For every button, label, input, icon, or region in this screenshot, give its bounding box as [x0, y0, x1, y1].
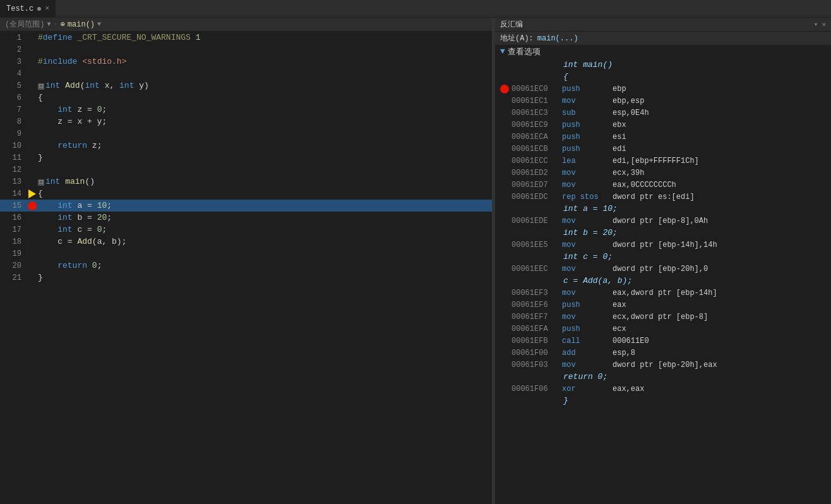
tab-close-button[interactable]: × [45, 4, 49, 13]
dis-operands: 000611E0 [613, 337, 649, 345]
code-line-17: 17 int c = 0; [0, 224, 492, 236]
dis-asm-line: 00061EE5movdword ptr [ebp-14h],14h [495, 239, 831, 251]
dis-operands: dword ptr [ebp-20h],eax [613, 361, 717, 369]
code-line-21: 21} [0, 272, 492, 284]
code-line-11: 11} [0, 152, 492, 164]
dis-operands: ecx,39h [613, 169, 644, 177]
dis-asm-line: 00061EC3subesp,0E4h [495, 107, 831, 119]
dis-asm-line: 00061ED2movecx,39h [495, 167, 831, 179]
code-line-15: 15 int a = 10; [0, 200, 492, 212]
code-content: int a = 10; [38, 200, 492, 212]
dis-asm-line: 00061ECBpushedi [495, 143, 831, 155]
breadcrumb-func: main() [68, 20, 95, 29]
dis-pin-icon[interactable]: ▾ [814, 20, 818, 28]
dis-source-text: { [500, 72, 568, 81]
line-number: 13 [0, 177, 27, 186]
dis-asm-line: 00061EF6pusheax [495, 299, 831, 311]
line-gutter[interactable] [27, 201, 38, 210]
code-line-10: 10 return z; [0, 140, 492, 152]
dis-section[interactable]: ▼ 查看选项 [495, 45, 831, 57]
breadcrumb-scope: (全局范围) [5, 19, 44, 30]
code-content: { [38, 92, 492, 104]
dis-addr-value[interactable]: main(...) [537, 34, 578, 43]
dis-address: 00061ED7 [511, 181, 562, 189]
line-number: 7 [0, 105, 27, 114]
dis-mnemonic: mov [562, 265, 613, 273]
dis-mnemonic: mov [562, 313, 613, 321]
dis-mnemonic: mov [562, 217, 613, 225]
breadcrumb-func-icon: ⊕ [61, 20, 65, 29]
dis-address: 00061EEC [511, 265, 562, 273]
code-content: #define _CRT_SECURE_NO_WARNINGS 1 [38, 32, 492, 44]
collapse-icon[interactable]: □ [38, 179, 44, 186]
line-number: 19 [0, 249, 27, 258]
dis-area[interactable]: int main(){00061EC0pushebp00061EC1movebp… [495, 57, 831, 504]
dis-asm-line: 00061F03movdword ptr [ebp-20h],eax [495, 359, 831, 371]
arrow-indicator [28, 189, 36, 198]
line-number: 15 [0, 201, 27, 210]
dis-address: 00061ECB [511, 145, 562, 153]
line-number: 10 [0, 141, 27, 150]
code-line-14: 14{ [0, 188, 492, 200]
dis-operands: eax,dword ptr [ebp-14h] [613, 289, 717, 297]
line-number: 11 [0, 153, 27, 162]
dis-asm-line: 00061EC0pushebp [495, 83, 831, 95]
dis-operands: ebp [613, 85, 626, 93]
tab-test-c[interactable]: Test.c × [0, 0, 56, 17]
dis-operands: eax,eax [613, 385, 644, 393]
line-number: 6 [0, 93, 27, 102]
code-line-20: 20 return 0; [0, 260, 492, 272]
dis-operands: eax [613, 301, 626, 309]
code-content: #include <stdio.h> [38, 56, 492, 68]
dis-address: 00061EFA [511, 325, 562, 333]
code-area[interactable]: 1#define _CRT_SECURE_NO_WARNINGS 123#inc… [0, 32, 492, 504]
dis-asm-line: 00061EF3moveax,dword ptr [ebp-14h] [495, 287, 831, 299]
code-line-6: 6{ [0, 92, 492, 104]
dis-unpin-icon[interactable]: ✕ [822, 20, 826, 28]
breadcrumb-scope-arrow[interactable]: ▼ [47, 21, 51, 28]
line-number: 9 [0, 129, 27, 138]
dis-source-line: int a = 10; [495, 203, 831, 215]
code-content: □int main() [38, 176, 492, 188]
dis-address: 00061ED2 [511, 169, 562, 177]
dis-breakpoint-dot[interactable] [500, 85, 509, 93]
breadcrumb-func-arrow[interactable]: ▼ [97, 21, 101, 28]
dis-mnemonic: xor [562, 385, 613, 393]
dis-panel: 反汇编 ▾ ✕ 地址(A): main(...) ▼ 查看选项 int main… [495, 18, 831, 504]
code-line-18: 18 c = Add(a, b); [0, 236, 492, 248]
code-content: return 0; [38, 260, 492, 272]
line-number: 14 [0, 189, 27, 198]
line-number: 5 [0, 81, 27, 90]
code-content: } [38, 272, 492, 284]
dis-operands: dword ptr [ebp-8],0Ah [613, 217, 708, 225]
dis-address: 00061EDC [511, 193, 562, 201]
dis-asm-line: 00061EC1movebp,esp [495, 95, 831, 107]
dis-address: 00061F00 [511, 349, 562, 357]
breakpoint-dot [28, 201, 37, 210]
dis-asm-line: 00061EC9pushebx [495, 119, 831, 131]
dis-mnemonic: push [562, 145, 613, 153]
dis-source-text: int main() [500, 60, 613, 69]
code-content: } [38, 152, 492, 164]
dis-asm-line: 00061EFBcall000611E0 [495, 335, 831, 347]
dis-source-line: int b = 20; [495, 227, 831, 239]
code-content: □int Add(int x, int y) [38, 80, 492, 92]
code-line-2: 2 [0, 44, 492, 56]
dis-address: 00061EC1 [511, 97, 562, 105]
dis-address: 00061EC0 [511, 85, 562, 93]
dis-address: 00061EDE [511, 217, 562, 225]
dis-asm-line: 00061F06xoreax,eax [495, 383, 831, 395]
code-line-1: 1#define _CRT_SECURE_NO_WARNINGS 1 [0, 32, 492, 44]
dis-mnemonic: mov [562, 361, 613, 369]
line-gutter[interactable] [27, 189, 38, 198]
code-line-8: 8 z = x + y; [0, 116, 492, 128]
dis-address: 00061ECA [511, 133, 562, 141]
dis-source-text: } [500, 396, 568, 405]
dis-asm-line: 00061EECmovdword ptr [ebp-20h],0 [495, 263, 831, 275]
dis-asm-line: 00061F00addesp,8 [495, 347, 831, 359]
dis-source-line: return 0; [495, 371, 831, 383]
dis-address: 00061ECC [511, 157, 562, 165]
dis-address: 00061EF3 [511, 289, 562, 297]
collapse-icon[interactable]: □ [38, 83, 44, 90]
dis-operands: edi,[ebp+FFFFFF1Ch] [613, 157, 699, 165]
